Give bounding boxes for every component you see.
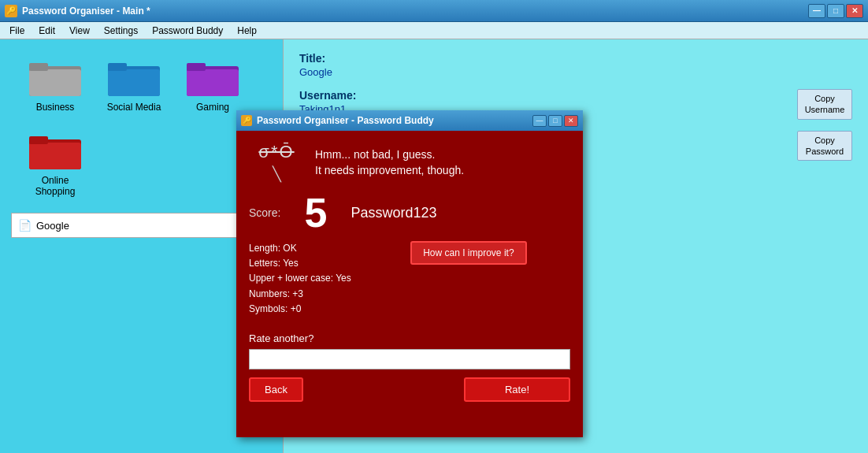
dialog-title-bar: 🔑 Password Organiser - Password Buddy — … <box>236 110 583 131</box>
menu-password-buddy[interactable]: Password Buddy <box>146 24 229 38</box>
speech-area: Hmm... not bad, I guess. It needs improv… <box>315 142 570 183</box>
username-label: Username: <box>299 89 797 102</box>
back-button[interactable]: Back <box>249 377 303 402</box>
svg-rect-7 <box>187 69 239 96</box>
svg-rect-11 <box>29 136 48 144</box>
svg-rect-1 <box>29 69 81 96</box>
folders-row: Business Social Media <box>8 47 275 121</box>
folders-row-2: Online Shopping <box>8 121 275 205</box>
menu-edit[interactable]: Edit <box>32 24 61 38</box>
dialog-controls: — □ ✕ <box>532 115 578 127</box>
dialog-title-left: 🔑 Password Organiser - Password Buddy <box>241 115 434 126</box>
folder-online-shopping-label: Online Shopping <box>24 175 87 197</box>
dialog-minimize[interactable]: — <box>532 115 547 127</box>
folder-business-label: Business <box>36 102 75 113</box>
window-title: Password Organiser - Main * <box>22 6 150 17</box>
rate-go-button[interactable]: Rate! <box>464 377 570 402</box>
score-value: 5 <box>304 192 327 233</box>
folder-gaming-label: Gaming <box>196 102 229 113</box>
dialog-icon: 🔑 <box>241 115 252 126</box>
score-row: Score: 5 Password123 <box>249 192 570 233</box>
title-bar-controls: — □ ✕ <box>808 4 863 18</box>
mascot-face: σ*Ō <box>258 142 294 162</box>
folder-business[interactable]: Business <box>24 55 87 113</box>
copy-password-button[interactable]: Copy Password <box>797 131 852 162</box>
app-icon: 🔑 <box>5 5 17 17</box>
minimize-button[interactable]: — <box>808 4 825 18</box>
dialog-bottom: Back Rate! <box>249 377 570 402</box>
svg-rect-2 <box>29 63 48 71</box>
dialog-body: σ*Ō ╲ Hmm... not bad, I guess. It needs … <box>236 131 583 437</box>
selected-item-icon: 📄 <box>18 219 32 232</box>
rate-another-label: Rate another? <box>249 332 570 344</box>
folder-social-media-icon <box>106 55 161 98</box>
criteria-letters: Letters: Yes <box>249 256 351 271</box>
score-label: Score: <box>249 206 280 219</box>
criteria-case: Upper + lower case: Yes <box>249 271 351 286</box>
svg-rect-10 <box>29 143 81 169</box>
folder-gaming[interactable]: Gaming <box>181 55 244 113</box>
dialog-close[interactable]: ✕ <box>564 115 578 127</box>
folder-social-media-label: Social Media <box>107 102 161 113</box>
password-display: Password123 <box>351 205 436 221</box>
folder-online-shopping[interactable]: Online Shopping <box>24 128 87 197</box>
password-buddy-dialog: 🔑 Password Organiser - Password Buddy — … <box>236 110 583 437</box>
speech-line-2: It needs improvement, though. <box>315 164 570 176</box>
title-text: Title: Google <box>299 52 852 78</box>
maximize-button[interactable]: □ <box>827 4 844 18</box>
mascot-area: σ*Ō ╲ <box>249 142 304 183</box>
title-bar: 🔑 Password Organiser - Main * — □ ✕ <box>0 0 868 22</box>
title-row: Title: Google <box>299 52 852 78</box>
copy-username-button[interactable]: Copy Username <box>797 89 852 120</box>
svg-rect-8 <box>187 63 206 71</box>
title-bar-left: 🔑 Password Organiser - Main * <box>5 5 150 17</box>
menu-help[interactable]: Help <box>231 24 263 38</box>
rate-another-section: Rate another? <box>249 332 570 369</box>
menu-view[interactable]: View <box>63 24 96 38</box>
svg-rect-5 <box>108 63 127 71</box>
speech-line-1: Hmm... not bad, I guess. <box>315 148 570 161</box>
criteria-section: Length: OK Letters: Yes Upper + lower ca… <box>249 241 351 317</box>
menu-file[interactable]: File <box>3 24 31 38</box>
title-value: Google <box>299 66 852 78</box>
menu-bar: File Edit View Settings Password Buddy H… <box>0 22 868 39</box>
rate-another-input[interactable] <box>249 349 570 369</box>
svg-rect-4 <box>108 69 160 96</box>
criteria-improve-row: Length: OK Letters: Yes Upper + lower ca… <box>249 241 570 326</box>
improve-button[interactable]: How can I improve it? <box>410 241 526 265</box>
selected-item-title: Google <box>36 220 69 232</box>
criteria-length: Length: OK <box>249 241 351 256</box>
dialog-maximize[interactable]: □ <box>548 115 562 127</box>
criteria-symbols: Symbols: +0 <box>249 302 351 317</box>
title-label: Title: <box>299 52 852 65</box>
dialog-title: Password Organiser - Password Buddy <box>257 115 434 126</box>
dialog-top: σ*Ō ╲ Hmm... not bad, I guess. It needs … <box>249 142 570 183</box>
folder-social-media[interactable]: Social Media <box>102 55 165 113</box>
folder-business-icon <box>28 55 83 98</box>
mascot-arm: ╲ <box>273 165 281 183</box>
folder-online-shopping-icon <box>28 128 83 172</box>
menu-settings[interactable]: Settings <box>98 24 144 38</box>
folder-gaming-icon <box>185 55 240 98</box>
selected-panel: 📄 Google <box>11 213 272 238</box>
criteria-numbers: Numbers: +3 <box>249 287 351 302</box>
close-button[interactable]: ✕ <box>846 4 863 18</box>
